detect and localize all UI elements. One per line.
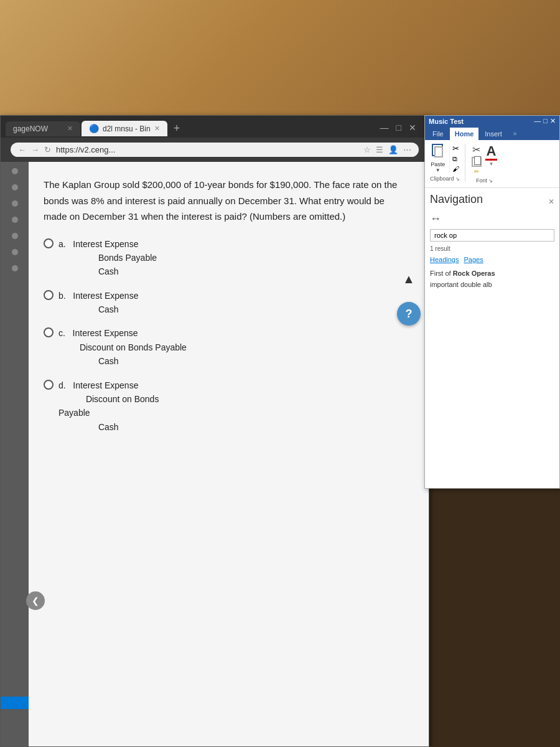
office-title: Music Test — [429, 118, 464, 125]
more-options-icon[interactable]: ⋯ — [403, 145, 411, 154]
ribbon-content: Paste ▼ ✂ ⧉ 🖌 Clipboard ↘ ✂ — [425, 140, 559, 188]
answer-options: a. Interest Expense Bonds Payable Cash b… — [44, 237, 410, 435]
option-b-line1: Interest Expense — [73, 291, 138, 301]
option-d-line1: Interest Expense — [73, 380, 138, 390]
browser-window: gageNOW ✕ 🔵 d2l mnsu - Bin ✕ + — □ ✕ ← →… — [0, 115, 429, 747]
sidebar-item-7 — [12, 265, 18, 271]
scissors-icon[interactable]: ✂ — [452, 144, 459, 153]
font-scissors-icon: ✂ — [472, 144, 480, 156]
minimize-button[interactable]: — — [378, 123, 391, 133]
option-a-line1: Interest Expense — [73, 239, 138, 249]
font-label: Font — [476, 177, 487, 184]
sidebar-item-3 — [12, 200, 18, 207]
option-c-line2: Discount on Bonds Payable — [80, 342, 187, 352]
navigation-search-input[interactable] — [430, 229, 554, 242]
radio-a[interactable] — [44, 238, 54, 248]
font-group: ✂ ✏ A ▼ Font ↘ — [472, 144, 498, 184]
navigation-title: Navigation — [430, 193, 483, 206]
copy-icon[interactable]: ⧉ — [452, 155, 459, 163]
office-window-controls: — □ ✕ — [534, 117, 556, 125]
font-expand-icon[interactable]: ↘ — [488, 178, 493, 184]
tab-bar: gageNOW ✕ 🔵 d2l mnsu - Bin ✕ + — □ ✕ — [1, 116, 429, 138]
ribbon-tabs: File Home Insert » — [425, 126, 559, 140]
clipboard-group: Paste ▼ ✂ ⧉ 🖌 Clipboard ↘ — [430, 144, 465, 182]
option-b[interactable]: b. Interest Expense Cash — [44, 289, 410, 317]
close-button[interactable]: ✕ — [406, 123, 419, 133]
sidebar-item-1 — [12, 168, 18, 174]
browser-content: The Kaplan Group sold $200,000 of 10-yea… — [1, 162, 429, 746]
font-a-icon: A — [485, 144, 498, 161]
font-format-icon: ✏ — [474, 168, 479, 175]
browser-chrome: gageNOW ✕ 🔵 d2l mnsu - Bin ✕ + — □ ✕ ← →… — [1, 116, 429, 162]
sidebar-item-2 — [12, 184, 18, 190]
option-c[interactable]: c. Interest Expense Discount on Bonds Pa… — [44, 326, 410, 368]
navigation-results-count: 1 result — [430, 245, 554, 252]
option-c-line1: Interest Expense — [73, 328, 138, 338]
user-icon[interactable]: 👤 — [388, 145, 398, 154]
option-c-line3: Cash — [98, 356, 119, 366]
navigation-panel: Navigation ✕ ↔ 1 result Headings Pages F… — [425, 188, 559, 488]
paste-label: Paste — [431, 161, 445, 167]
radio-b[interactable] — [44, 290, 54, 300]
option-c-label: c. — [58, 328, 70, 338]
address-url[interactable]: https://v2.ceng... — [56, 145, 358, 154]
font-copy-icon — [472, 157, 482, 167]
radio-d[interactable] — [44, 380, 54, 390]
office-maximize[interactable]: □ — [543, 117, 548, 125]
scroll-up-indicator[interactable]: ▲ — [403, 272, 415, 286]
office-title-bar: Music Test — □ ✕ — [425, 116, 559, 126]
refresh-icon[interactable]: ↻ — [44, 145, 51, 154]
option-a-label: a. — [58, 239, 70, 249]
ribbon-tab-more[interactable]: » — [508, 128, 522, 140]
font-underline-indicator: ▼ — [489, 161, 494, 167]
navigation-sub-tabs: Headings Pages — [430, 256, 554, 263]
option-d-line2: Discount on Bonds — [86, 394, 159, 404]
clipboard-label: Clipboard — [430, 176, 454, 182]
nav-back-icon[interactable]: ← — [18, 145, 26, 154]
office-window: Music Test — □ ✕ File Home Insert » Past… — [424, 115, 560, 489]
help-button[interactable]: ? — [397, 302, 421, 326]
nav-resize-indicator: ↔ — [430, 212, 554, 225]
paste-button[interactable]: Paste ▼ — [431, 144, 446, 173]
option-a-text: a. Interest Expense Bonds Payable Cash — [58, 237, 157, 279]
sidebar-item-4 — [12, 217, 18, 223]
tab-gagenow[interactable]: gageNOW ✕ — [6, 121, 80, 136]
ribbon-tab-file[interactable]: File — [427, 128, 449, 140]
nav-tab-headings[interactable]: Headings — [430, 256, 459, 263]
option-d-line3: Payable — [58, 408, 90, 418]
address-bar[interactable]: ← → ↻ https://v2.ceng... ☆ ☰ 👤 ⋯ — [11, 143, 419, 157]
nav-forward-icon[interactable]: → — [31, 145, 39, 154]
option-b-label: b. — [58, 291, 70, 301]
tab-gagenow-close[interactable]: ✕ — [67, 125, 73, 133]
collapse-sidebar-button[interactable]: ❮ — [26, 591, 45, 610]
option-d[interactable]: d. Interest Expense Discount on Bonds Pa… — [44, 378, 410, 435]
navigation-close-icon[interactable]: ✕ — [548, 197, 554, 206]
tab-d2l[interactable]: 🔵 d2l mnsu - Bin ✕ — [82, 121, 167, 136]
paste-dropdown-icon[interactable]: ▼ — [436, 167, 441, 173]
ribbon-tab-home[interactable]: Home — [450, 128, 479, 140]
office-close[interactable]: ✕ — [550, 117, 556, 125]
star-icon[interactable]: ☆ — [363, 145, 371, 154]
option-c-text: c. Interest Expense Discount on Bonds Pa… — [58, 326, 187, 368]
office-minimize[interactable]: — — [534, 117, 541, 125]
window-controls: — □ ✕ — [378, 123, 424, 135]
radio-c[interactable] — [44, 327, 54, 337]
format-painter-icon[interactable]: 🖌 — [452, 165, 459, 172]
tab-d2l-icon: 🔵 — [89, 124, 99, 133]
tab-d2l-close[interactable]: ✕ — [154, 125, 160, 133]
ribbon-tab-insert[interactable]: Insert — [480, 128, 507, 140]
tab-gagenow-label: gageNOW — [13, 125, 48, 133]
option-d-text: d. Interest Expense Discount on Bonds Pa… — [58, 378, 159, 435]
new-tab-button[interactable]: + — [169, 120, 185, 138]
option-d-line4: Cash — [98, 422, 119, 432]
maximize-button[interactable]: □ — [394, 123, 404, 133]
nav-result-prefix: First of — [430, 270, 453, 277]
nav-result-suffix: important double alb — [430, 281, 492, 288]
clipboard-expand-icon[interactable]: ↘ — [455, 176, 460, 182]
sidebar-item-6 — [12, 249, 18, 255]
nav-tab-pages[interactable]: Pages — [464, 256, 483, 263]
option-a[interactable]: a. Interest Expense Bonds Payable Cash — [44, 237, 410, 279]
option-b-line2: Cash — [98, 304, 119, 314]
reader-icon[interactable]: ☰ — [376, 145, 383, 154]
sidebar-accent — [1, 697, 29, 709]
